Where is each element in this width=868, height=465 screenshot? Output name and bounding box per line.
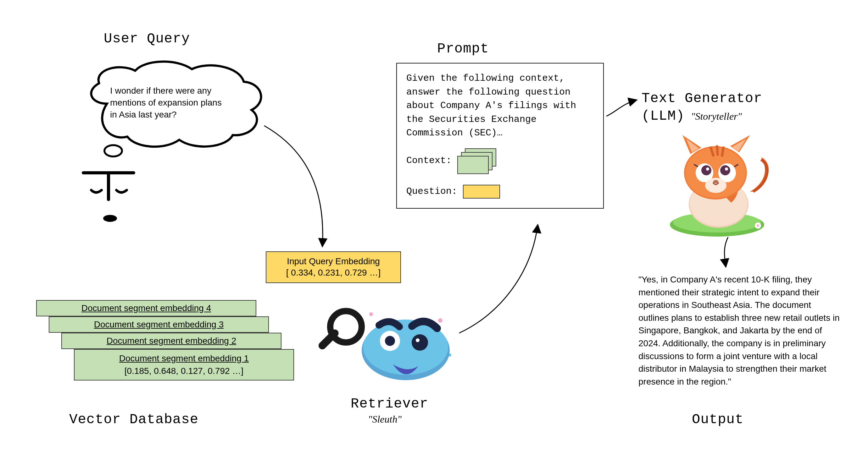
retriever-subtitle: "Sleuth" bbox=[368, 413, 402, 425]
arrow-query-to-embedding bbox=[258, 123, 359, 251]
prompt-context-label: Context: bbox=[406, 154, 452, 168]
arrow-prompt-to-llm bbox=[604, 94, 645, 123]
text-generator-title: Text Generator bbox=[642, 91, 762, 106]
doc-embedding-1-label: Document segment embedding 1 bbox=[80, 353, 288, 364]
doc-embedding-3-label: Document segment embedding 3 bbox=[54, 319, 263, 330]
retriever-title: Retriever bbox=[351, 396, 428, 411]
input-query-embedding-box: Input Query Embedding [ 0.334, 0.231, 0.… bbox=[266, 251, 401, 283]
doc-embedding-1-values: [0.185, 0.648, 0.127, 0.792 …] bbox=[80, 365, 288, 377]
prompt-question-label: Question: bbox=[406, 185, 457, 199]
prompt-intro-text: Given the following context, answer the … bbox=[406, 72, 594, 140]
thought-bubble-text: I wonder if there were any mentions of e… bbox=[110, 85, 229, 120]
svg-point-0 bbox=[104, 145, 122, 157]
query-embedding-values: [ 0.334, 0.231, 0.729 …] bbox=[275, 267, 392, 278]
prompt-question-card-icon bbox=[463, 185, 500, 199]
output-title: Output bbox=[692, 411, 743, 427]
svg-point-29 bbox=[713, 180, 718, 183]
doc-embedding-2-label: Document segment embedding 2 bbox=[67, 335, 276, 346]
arrow-llm-to-output bbox=[711, 236, 739, 270]
doc-embedding-4-label: Document segment embedding 4 bbox=[42, 303, 251, 314]
prompt-title: Prompt bbox=[437, 41, 489, 57]
arrow-retriever-to-prompt bbox=[453, 220, 560, 339]
svg-point-5 bbox=[438, 318, 442, 323]
prompt-box: Given the following context, answer the … bbox=[396, 63, 604, 209]
svg-point-1 bbox=[103, 215, 117, 222]
user-face-icon bbox=[77, 163, 149, 245]
text-generator-llm-label: (LLM) bbox=[642, 108, 685, 124]
document-embedding-stack: Document segment embedding 4 Document se… bbox=[36, 300, 294, 394]
svg-point-17 bbox=[757, 224, 759, 227]
svg-point-24 bbox=[701, 165, 711, 175]
svg-point-26 bbox=[706, 167, 709, 171]
vector-database-title: Vector Database bbox=[69, 411, 198, 427]
output-text: "Yes, in Company A's recent 10-K filing,… bbox=[639, 273, 840, 388]
storyteller-cat-icon bbox=[660, 126, 774, 239]
svg-point-13 bbox=[416, 338, 420, 342]
svg-point-12 bbox=[412, 334, 428, 351]
prompt-context-cards-icon bbox=[457, 148, 495, 173]
retriever-character-icon bbox=[311, 298, 462, 393]
svg-point-11 bbox=[385, 336, 395, 346]
user-query-title: User Query bbox=[104, 31, 190, 46]
svg-point-25 bbox=[720, 165, 730, 175]
query-embedding-label: Input Query Embedding bbox=[275, 256, 392, 267]
svg-point-4 bbox=[369, 312, 373, 316]
svg-point-27 bbox=[725, 167, 728, 171]
text-generator-subtitle: "Storyteller" bbox=[691, 110, 742, 122]
